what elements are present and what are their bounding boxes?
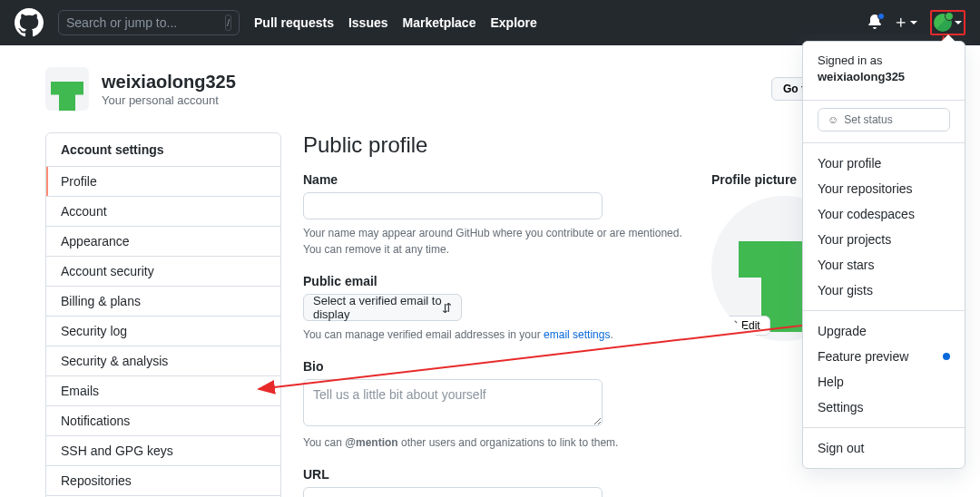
avatar-icon	[934, 14, 952, 32]
caret-down-icon	[910, 21, 917, 24]
edit-picture-button[interactable]: Edit	[717, 316, 770, 336]
email-select[interactable]: Select a verified email to display ⇵	[303, 294, 462, 321]
sidebar-item-account-security[interactable]: Account security	[46, 257, 280, 287]
url-input[interactable]	[303, 487, 603, 497]
sidebar-item-repositories[interactable]: Repositories	[46, 466, 280, 496]
profile-avatar	[45, 67, 89, 111]
set-status-button[interactable]: ☺ Set status	[818, 108, 950, 132]
dropdown-help[interactable]: Help	[803, 369, 965, 395]
name-label: Name	[303, 172, 684, 187]
dropdown-settings[interactable]: Settings	[803, 395, 965, 420]
sidebar-item-emails[interactable]: Emails	[46, 376, 280, 406]
dropdown-your-gists[interactable]: Your gists	[803, 278, 965, 303]
nav-issues[interactable]: Issues	[348, 15, 388, 30]
email-note: You can manage verified email addresses …	[303, 326, 684, 343]
select-caret-icon: ⇵	[442, 301, 452, 315]
caret-down-icon	[955, 21, 962, 24]
sidebar-header: Account settings	[46, 133, 280, 167]
name-input[interactable]	[303, 192, 603, 219]
url-label: URL	[303, 467, 684, 482]
sidebar-item-security-analysis[interactable]: Security & analysis	[46, 346, 280, 376]
slash-key-hint: /	[225, 15, 231, 31]
search-input[interactable]	[66, 15, 225, 30]
dropdown-your-repositories[interactable]: Your repositories	[803, 176, 965, 201]
dropdown-feature-preview[interactable]: Feature preview	[803, 344, 965, 369]
profile-subtitle: Your personal account	[102, 93, 236, 107]
sidebar-item-ssh-gpg-keys[interactable]: SSH and GPG keys	[46, 436, 280, 466]
dropdown-sign-out[interactable]: Sign out	[803, 435, 965, 461]
nav-marketplace[interactable]: Marketplace	[403, 15, 476, 30]
email-select-value: Select a verified email to display	[313, 294, 442, 321]
bio-label: Bio	[303, 359, 684, 374]
header-nav: Pull requests Issues Marketplace Explore	[254, 15, 537, 30]
global-header: / Pull requests Issues Marketplace Explo…	[0, 0, 980, 45]
signed-in-label: Signed in as weixiaolong325	[803, 49, 965, 93]
feature-dot-icon	[943, 353, 950, 360]
settings-sidebar: Account settings Profile Account Appeara…	[45, 132, 281, 497]
dropdown-your-projects[interactable]: Your projects	[803, 227, 965, 252]
sidebar-item-security-log[interactable]: Security log	[46, 317, 280, 346]
sidebar-item-profile[interactable]: Profile	[46, 167, 280, 197]
dropdown-upgrade[interactable]: Upgrade	[803, 318, 965, 344]
user-avatar-menu[interactable]	[930, 10, 965, 35]
pencil-icon	[727, 320, 738, 331]
sidebar-item-notifications[interactable]: Notifications	[46, 406, 280, 436]
dropdown-your-codespaces[interactable]: Your codespaces	[803, 201, 965, 227]
email-label: Public email	[303, 274, 684, 288]
user-dropdown-menu: Signed in as weixiaolong325 ☺ Set status…	[802, 41, 965, 469]
bio-note: You can @mention other users and organiz…	[303, 434, 684, 451]
dropdown-your-profile[interactable]: Your profile	[803, 151, 965, 176]
sidebar-item-billing[interactable]: Billing & plans	[46, 287, 280, 317]
dropdown-your-stars[interactable]: Your stars	[803, 252, 965, 278]
sidebar-item-account[interactable]: Account	[46, 197, 280, 227]
sidebar-item-appearance[interactable]: Appearance	[46, 227, 280, 257]
email-settings-link[interactable]: email settings	[544, 328, 610, 341]
profile-username-heading: weixiaolong325	[102, 71, 236, 93]
bio-textarea[interactable]	[303, 379, 603, 426]
name-note: Your name may appear around GitHub where…	[303, 225, 684, 258]
nav-pull-requests[interactable]: Pull requests	[254, 15, 334, 30]
create-new-menu[interactable]	[895, 16, 917, 29]
notifications-icon[interactable]	[867, 15, 882, 32]
github-logo-icon[interactable]	[15, 8, 44, 37]
notification-dot-icon	[877, 13, 885, 20]
nav-explore[interactable]: Explore	[490, 15, 536, 30]
search-box[interactable]: /	[58, 10, 240, 35]
smiley-icon: ☺	[828, 113, 838, 126]
